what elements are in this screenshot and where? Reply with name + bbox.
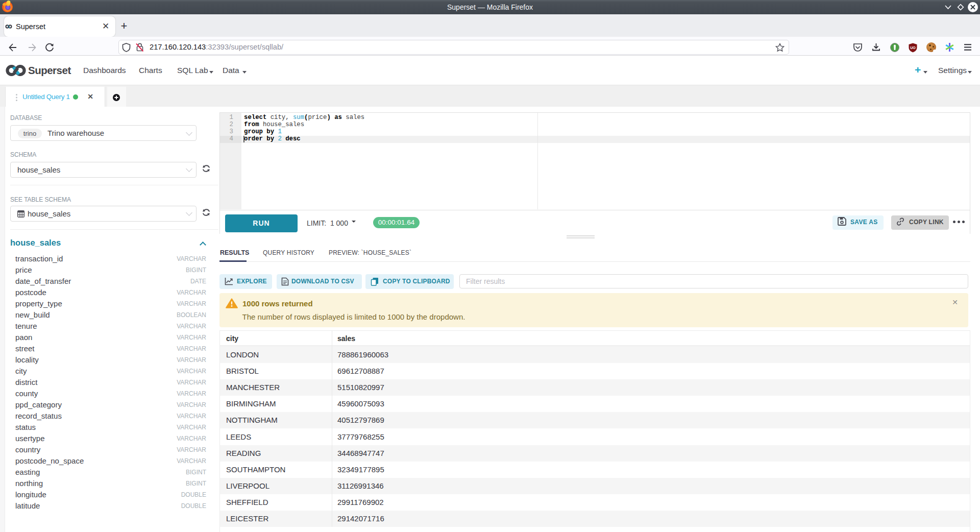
svg-text:UO: UO (910, 46, 916, 50)
